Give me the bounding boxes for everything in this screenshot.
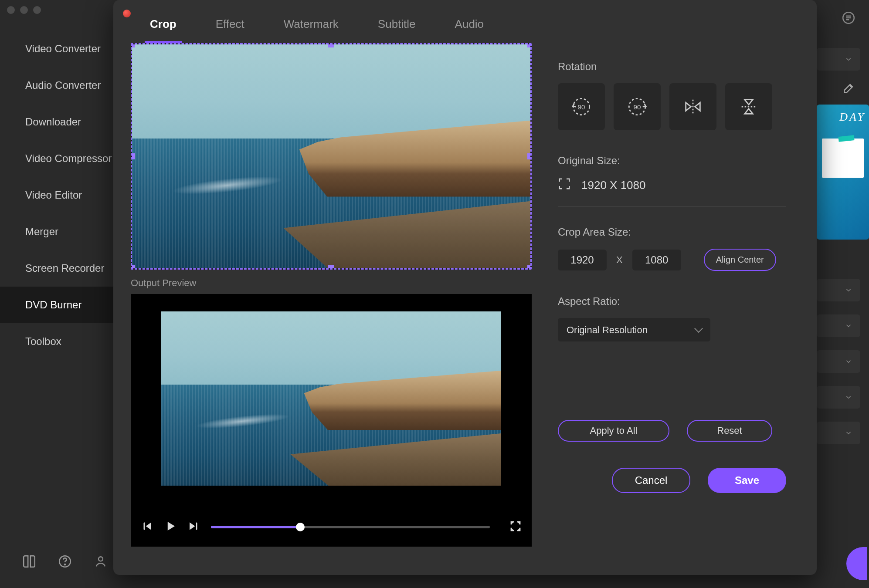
step-back-icon[interactable]: [140, 520, 153, 534]
original-size-value: 1920 X 1080: [581, 179, 645, 192]
promo-banner: DAY: [817, 105, 869, 240]
bg-dropdown-row: [817, 35, 860, 71]
crop-handle[interactable]: [328, 43, 334, 47]
edit-modal: Crop Effect Watermark Subtitle Audio: [113, 0, 817, 575]
rotate-right-button[interactable]: 90: [614, 83, 661, 130]
crop-height-input[interactable]: [632, 250, 681, 270]
edit-icon[interactable]: [842, 81, 856, 97]
tab-watermark[interactable]: Watermark: [284, 17, 339, 31]
sidebar-item-toolbox[interactable]: Toolbox: [0, 323, 113, 360]
crop-width-input[interactable]: [558, 250, 607, 270]
dimensions-icon: [558, 177, 571, 193]
sidebar-item-dvd-burner[interactable]: DVD Burner: [0, 287, 113, 323]
crop-handle[interactable]: [131, 153, 135, 159]
aspect-ratio-label: Aspect Ratio:: [558, 295, 786, 308]
cancel-button[interactable]: Cancel: [612, 468, 690, 493]
promo-card-graphic: [822, 139, 864, 178]
modal-tabs: Crop Effect Watermark Subtitle Audio: [113, 0, 817, 43]
sidebar-item-video-converter[interactable]: Video Converter: [0, 30, 113, 67]
crop-handle[interactable]: [527, 43, 532, 47]
bg-dropdown[interactable]: [817, 422, 860, 444]
tab-effect[interactable]: Effect: [216, 17, 244, 31]
account-icon[interactable]: [93, 554, 108, 571]
output-inner: [161, 311, 501, 486]
sidebar-item-screen-recorder[interactable]: Screen Recorder: [0, 250, 113, 287]
crop-handle[interactable]: [527, 153, 532, 159]
svg-text:90: 90: [634, 103, 641, 111]
sidebar-item-merger[interactable]: Merger: [0, 213, 113, 250]
tab-subtitle[interactable]: Subtitle: [378, 17, 416, 31]
sidebar-item-video-editor[interactable]: Video Editor: [0, 177, 113, 213]
align-center-button[interactable]: Align Center: [704, 249, 776, 271]
help-icon[interactable]: [58, 554, 72, 571]
traffic-light-close[interactable]: [7, 6, 15, 14]
fullscreen-icon[interactable]: [509, 520, 522, 534]
svg-point-1: [64, 564, 65, 565]
bg-dropdown[interactable]: [817, 314, 860, 337]
book-icon[interactable]: [22, 554, 37, 571]
original-size-label: Original Size:: [558, 155, 786, 167]
apply-to-all-button[interactable]: Apply to All: [558, 420, 669, 442]
bg-dropdown-stack: [817, 279, 860, 444]
flip-vertical-button[interactable]: [725, 83, 772, 130]
close-icon[interactable]: [123, 10, 131, 17]
bg-dropdown[interactable]: [817, 350, 860, 373]
dimension-separator: X: [616, 254, 623, 266]
svg-text:90: 90: [578, 103, 585, 111]
sidebar: Video Converter Audio Converter Download…: [0, 30, 113, 360]
bg-action-button-fragment: [846, 547, 867, 580]
aspect-ratio-select[interactable]: Original Resolution: [558, 318, 710, 341]
output-preview: [131, 294, 532, 547]
flip-horizontal-button[interactable]: [669, 83, 716, 130]
reset-button[interactable]: Reset: [687, 420, 772, 442]
traffic-light-min[interactable]: [20, 6, 28, 14]
chat-icon[interactable]: [841, 10, 856, 27]
preview-sky: [132, 44, 530, 139]
traffic-light-max[interactable]: [33, 6, 41, 14]
divider: [558, 206, 786, 207]
svg-point-2: [98, 557, 103, 561]
rotation-label: Rotation: [558, 61, 786, 73]
tab-crop[interactable]: Crop: [150, 17, 177, 31]
save-button[interactable]: Save: [708, 468, 786, 493]
seek-bar[interactable]: [211, 526, 490, 528]
promo-text: DAY: [817, 105, 869, 130]
seek-thumb[interactable]: [296, 523, 305, 531]
crop-handle[interactable]: [527, 265, 532, 270]
rotate-left-button[interactable]: 90: [558, 83, 605, 130]
sidebar-item-downloader[interactable]: Downloader: [0, 104, 113, 140]
bg-dropdown[interactable]: [817, 279, 860, 301]
window-controls: [7, 6, 41, 14]
tab-audio[interactable]: Audio: [455, 17, 484, 31]
crop-handle[interactable]: [131, 43, 135, 47]
play-icon[interactable]: [164, 520, 177, 534]
seek-fill: [211, 526, 300, 528]
crop-handle[interactable]: [131, 265, 135, 270]
bg-dropdown[interactable]: [817, 386, 860, 409]
crop-area-label: Crop Area Size:: [558, 226, 786, 238]
step-forward-icon[interactable]: [187, 520, 200, 534]
bg-dropdown[interactable]: [817, 48, 860, 71]
crop-handle[interactable]: [328, 265, 334, 270]
crop-preview[interactable]: [131, 43, 532, 270]
output-preview-label: Output Preview: [131, 277, 532, 289]
sidebar-item-video-compressor[interactable]: Video Compressor: [0, 140, 113, 177]
player-controls: [140, 516, 522, 538]
footer-icons: [22, 554, 108, 571]
sidebar-item-audio-converter[interactable]: Audio Converter: [0, 67, 113, 104]
